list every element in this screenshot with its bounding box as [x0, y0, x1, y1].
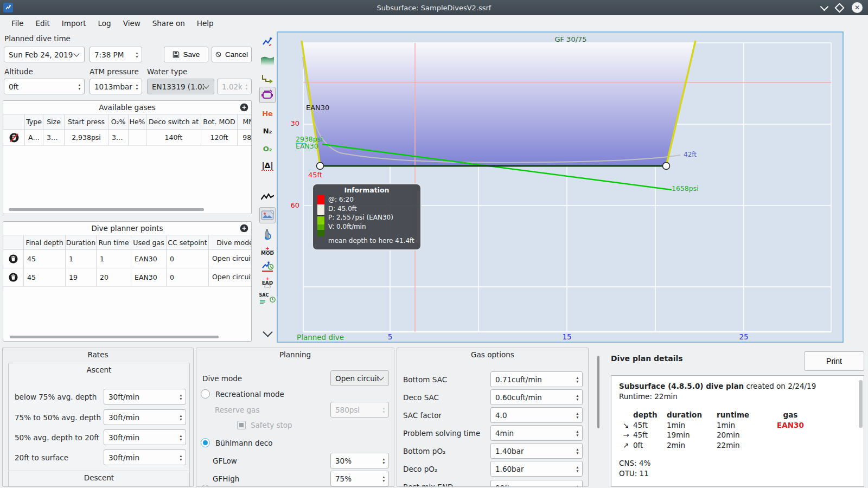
gas-options-title: Gas options — [397, 348, 588, 359]
setpoint-tank-icon — [261, 89, 274, 101]
oxygen-graph-button[interactable]: O₂ — [259, 140, 276, 157]
point-row: 45 1 1 EAN30 0 Open circuit — [3, 250, 251, 268]
menu-help[interactable]: Help — [191, 19, 220, 28]
gas-option-label: Problem solving time — [403, 429, 480, 438]
mod-toggle-button[interactable]: + MOD — [259, 243, 276, 259]
point-gas-cell[interactable]: EAN30 — [131, 250, 167, 268]
point-gas-cell[interactable]: EAN30 — [131, 268, 167, 286]
tank-bar-toggle-button[interactable] — [259, 227, 276, 243]
plan-otu: OTU: 11 — [619, 468, 856, 479]
profile-handle[interactable] — [663, 163, 670, 170]
delete-point-icon[interactable] — [3, 250, 24, 268]
gas-o2-cell[interactable]: 3… — [108, 130, 129, 145]
sac-factor-spinbox[interactable]: 4.0 ▴▾ — [490, 407, 583, 423]
spin-arrows-icon: ▴▾ — [242, 83, 251, 91]
gas-decoswitch-cell[interactable]: 140ft — [146, 130, 201, 145]
rate-spinbox[interactable]: 30ft/min ▴▾ — [104, 429, 186, 445]
close-icon[interactable]: ✕ — [852, 2, 863, 13]
menu-file[interactable]: File — [5, 19, 30, 28]
cancel-button[interactable]: Cancel — [212, 47, 252, 62]
ead-toggle-button[interactable]: + EAD (...) — [259, 274, 276, 291]
bottom-po2-spinbox[interactable]: 1.40bar ▴▾ — [490, 443, 583, 459]
menu-log[interactable]: Log — [92, 19, 117, 28]
gases-header-row: Type Size Start press O₂% He% Deco switc… — [3, 114, 251, 130]
add-point-button[interactable] — [240, 224, 248, 233]
helium-graph-button[interactable]: He — [259, 105, 276, 121]
menu-import[interactable]: Import — [56, 19, 92, 28]
dive-profile-chart[interactable]: GF 30/75 30 60 5 15 25 EAN30 2938psi EAN… — [277, 31, 844, 343]
points-hscrollbar[interactable] — [10, 336, 219, 338]
pressure-delta-button[interactable]: |Δ| — [259, 158, 276, 174]
dive-mode-combobox[interactable]: Open circuit — [330, 370, 389, 386]
plus-icon — [240, 103, 248, 112]
add-gas-button[interactable] — [240, 103, 248, 112]
print-button[interactable]: Print — [804, 351, 864, 371]
gas-botmod-cell[interactable]: 120ft — [201, 130, 238, 145]
bottom-sac-spinbox[interactable]: 0.71cuft/min ▴▾ — [490, 371, 583, 387]
gas-size-cell[interactable]: 3… — [43, 130, 65, 145]
delete-gas-icon[interactable] — [3, 130, 25, 145]
menu-view[interactable]: View — [117, 19, 146, 28]
point-runtime-cell[interactable]: 20 — [97, 268, 131, 286]
point-depth-cell[interactable]: 45 — [24, 250, 66, 268]
gas-startpress-cell[interactable]: 2,938psi — [65, 130, 108, 145]
problem-time-spinbox[interactable]: 4min ▴▾ — [490, 425, 583, 441]
altitude-spinbox[interactable]: 0ft ▴▾ — [4, 79, 85, 94]
atm-pressure-spinbox[interactable]: 1013mbar ▴▾ — [90, 79, 142, 94]
buhlmann-deco-radio[interactable]: Bühlmann deco — [201, 438, 273, 447]
gflow-label: GFLow — [213, 457, 237, 465]
gflow-spinbox[interactable]: 30% ▴▾ — [330, 453, 389, 468]
plan-table-row: ↘ 45ft 1min 1min EAN30 — [619, 420, 856, 431]
rate-spinbox[interactable]: 30ft/min ▴▾ — [104, 450, 186, 465]
spin-arrows-icon: ▴▾ — [75, 83, 84, 91]
vpmb-deco-radio[interactable]: VPM-B deco — [201, 485, 259, 487]
best-mix-end-spinbox[interactable]: 98ft ▴▾ — [490, 480, 583, 487]
deco-time-toggle-button[interactable] — [259, 258, 276, 274]
menu-edit[interactable]: Edit — [30, 19, 56, 28]
gases-hscrollbar[interactable] — [9, 208, 204, 211]
point-divemode-cell[interactable]: Open circuit — [209, 250, 252, 268]
point-ccsetpoint-cell[interactable]: 0 — [167, 268, 209, 286]
rate-spinbox[interactable]: 30ft/min ▴▾ — [104, 409, 186, 425]
mean-depth-toggle-button[interactable] — [259, 53, 276, 69]
deco-sac-spinbox[interactable]: 0.60cuft/min ▴▾ — [490, 389, 583, 405]
descent-gas-label: EAN30 — [306, 104, 329, 112]
rate-spinbox[interactable]: 30ft/min ▴▾ — [104, 389, 186, 404]
gas-he-cell[interactable] — [129, 130, 146, 145]
heartrate-toggle-button[interactable] — [259, 189, 276, 205]
gas-type-cell[interactable]: A… — [25, 130, 43, 145]
point-depth-cell[interactable]: 45 — [24, 268, 66, 286]
gfhigh-spinbox[interactable]: 75% ▴▾ — [330, 471, 389, 486]
plan-text-vscrollbar[interactable] — [859, 380, 863, 428]
maximize-icon[interactable] — [834, 3, 844, 12]
point-ccsetpoint-cell[interactable]: 0 — [167, 250, 209, 268]
photos-toggle-button[interactable] — [259, 207, 276, 223]
date-value: Sun Feb 24, 2019 — [4, 50, 74, 59]
recreational-mode-radio[interactable]: Recreational mode — [201, 389, 284, 399]
rate-label: 50% avg. depth to 20ft — [15, 433, 99, 442]
point-duration-cell[interactable]: 19 — [66, 268, 97, 286]
sac-toggle-button[interactable]: SAC — [259, 291, 276, 307]
setpoint-toggle-button[interactable] — [259, 87, 276, 103]
tooltip-title: Information — [317, 186, 416, 194]
save-button[interactable]: Save — [164, 47, 208, 62]
spin-arrows-icon: ▴▾ — [132, 51, 142, 59]
point-divemode-cell[interactable]: Open circuit — [209, 268, 252, 286]
toolbar-scroll-down-button[interactable] — [259, 325, 276, 342]
nitrogen-graph-button[interactable]: N₂ — [259, 123, 276, 139]
diver-profile-toggle-button[interactable] — [259, 34, 276, 50]
gas-mnd-cell[interactable]: 98f — [238, 130, 252, 145]
point-runtime-cell[interactable]: 1 — [97, 250, 131, 268]
minimize-icon[interactable] — [820, 2, 829, 11]
rate-label: below 75% avg. depth — [15, 393, 97, 401]
time-spinbox[interactable]: 7:38 PM ▴▾ — [90, 47, 142, 62]
profile-handle[interactable] — [317, 163, 324, 170]
calculated-ceiling-toggle-button[interactable] — [259, 70, 276, 87]
dive-planner-points-panel: Dive planner points Final depth Duration… — [3, 221, 252, 342]
date-combobox[interactable]: Sun Feb 24, 2019 — [4, 47, 85, 62]
menu-share-on[interactable]: Share on — [146, 19, 191, 28]
water-type-combobox[interactable]: EN13319 (1.02k — [147, 79, 214, 94]
deco-po2-spinbox[interactable]: 1.60bar ▴▾ — [490, 461, 583, 477]
point-duration-cell[interactable]: 1 — [66, 250, 97, 268]
delete-point-icon[interactable] — [3, 268, 24, 286]
